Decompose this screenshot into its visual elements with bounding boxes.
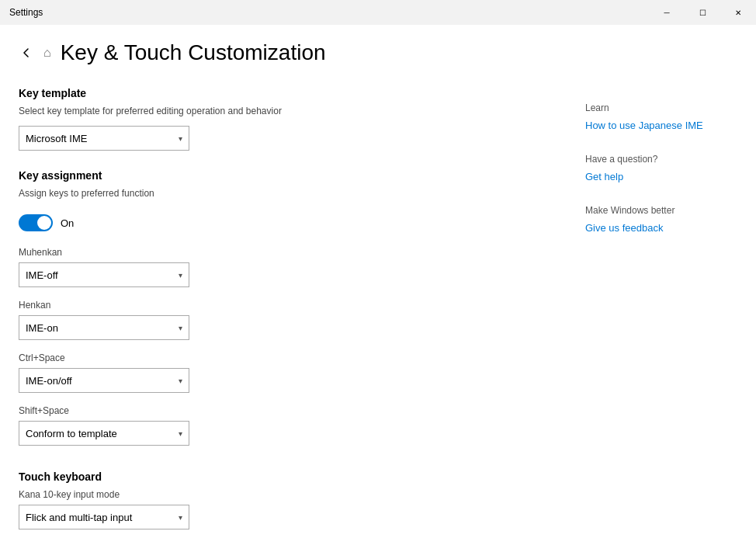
key-template-title: Key template — [19, 87, 539, 99]
sidebar-feedback-link[interactable]: Give us feedback — [585, 222, 663, 234]
titlebar: Settings ─ ☐ ✕ — [0, 0, 756, 25]
close-button[interactable]: ✕ — [720, 0, 756, 25]
page-header: ⌂ Key & Touch Customization — [19, 40, 539, 65]
touch-keyboard-title: Touch keyboard — [19, 470, 539, 483]
ctrl-space-group: Ctrl+Space IME-on/off ▾ — [19, 352, 539, 393]
key-template-desc: Select key template for preferred editin… — [19, 106, 539, 116]
key-assignment-section: Key assignment Assign keys to preferred … — [19, 169, 539, 446]
shift-space-dropdown[interactable]: Conform to template ▾ — [19, 421, 189, 446]
key-template-section: Key template Select key template for pre… — [19, 87, 539, 151]
henkan-arrow-icon: ▾ — [179, 324, 182, 332]
minimize-button[interactable]: ─ — [649, 0, 685, 25]
key-assignment-title: Key assignment — [19, 169, 539, 182]
sidebar-learn-link[interactable]: How to use Japanese IME — [585, 120, 703, 131]
window: Settings ─ ☐ ✕ ⌂ Key & Touch Customizati… — [0, 0, 756, 559]
toggle-row: Assign keys to preferred function — [19, 188, 539, 199]
home-icon: ⌂ — [43, 46, 51, 60]
kana-label: Kana 10-key input mode — [19, 489, 539, 500]
muhenkan-label: Muhenkan — [19, 247, 539, 258]
kana-value: Flick and multi-tap input — [26, 512, 132, 523]
henkan-group: Henkan IME-on ▾ — [19, 300, 539, 340]
back-button[interactable] — [19, 45, 34, 61]
muhenkan-arrow-icon: ▾ — [179, 271, 182, 280]
shift-space-group: Shift+Space Conform to template ▾ — [19, 405, 539, 446]
titlebar-controls: ─ ☐ ✕ — [649, 0, 756, 25]
kana-group: Kana 10-key input mode Flick and multi-t… — [19, 489, 539, 529]
shift-space-label: Shift+Space — [19, 405, 539, 416]
toggle-desc: Assign keys to preferred function — [19, 188, 154, 199]
ctrl-space-arrow-icon: ▾ — [179, 377, 182, 385]
sidebar-feedback-section: Make Windows better Give us feedback — [585, 205, 740, 234]
shift-space-arrow-icon: ▾ — [179, 429, 182, 438]
assign-toggle[interactable] — [19, 214, 53, 231]
toggle-knob — [37, 216, 51, 230]
assign-toggle-row: On — [19, 214, 539, 231]
shift-space-value: Conform to template — [26, 428, 117, 439]
sidebar-learn-title: Learn — [585, 102, 740, 113]
henkan-value: IME-on — [26, 322, 58, 334]
sidebar-learn-section: Learn How to use Japanese IME — [585, 102, 740, 132]
muhenkan-dropdown[interactable]: IME-off ▾ — [19, 262, 189, 287]
muhenkan-value: IME-off — [26, 269, 58, 281]
maximize-button[interactable]: ☐ — [685, 0, 720, 25]
kana-arrow-icon: ▾ — [179, 513, 182, 522]
titlebar-left: Settings — [9, 7, 43, 18]
sidebar-feedback-title: Make Windows better — [585, 205, 740, 216]
app-title: Settings — [9, 7, 43, 18]
ctrl-space-dropdown[interactable]: IME-on/off ▾ — [19, 368, 189, 393]
toggle-state-label: On — [61, 217, 74, 229]
content-area: ⌂ Key & Touch Customization Key template… — [0, 25, 756, 559]
sidebar: Learn How to use Japanese IME Have a que… — [570, 25, 756, 559]
back-arrow-icon — [22, 48, 31, 57]
ctrl-space-label: Ctrl+Space — [19, 352, 539, 363]
henkan-dropdown[interactable]: IME-on ▾ — [19, 315, 189, 340]
sidebar-question-link[interactable]: Get help — [585, 171, 623, 182]
henkan-label: Henkan — [19, 300, 539, 311]
main-content: ⌂ Key & Touch Customization Key template… — [0, 25, 570, 559]
page-title: Key & Touch Customization — [61, 40, 326, 65]
key-template-dropdown[interactable]: Microsoft IME ▾ — [19, 126, 189, 151]
sidebar-question-title: Have a question? — [585, 154, 740, 165]
key-template-value: Microsoft IME — [26, 133, 87, 144]
muhenkan-group: Muhenkan IME-off ▾ — [19, 247, 539, 287]
ctrl-space-value: IME-on/off — [26, 375, 72, 387]
touch-keyboard-section: Touch keyboard Kana 10-key input mode Fl… — [19, 470, 539, 529]
kana-dropdown[interactable]: Flick and multi-tap input ▾ — [19, 505, 189, 529]
key-template-arrow-icon: ▾ — [179, 134, 182, 143]
sidebar-question-section: Have a question? Get help — [585, 154, 740, 183]
